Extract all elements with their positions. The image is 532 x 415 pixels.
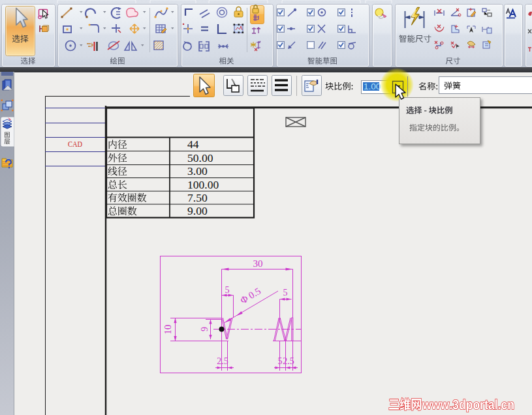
- svg-text:30: 30: [253, 258, 263, 269]
- svg-text:9: 9: [200, 327, 210, 331]
- svg-text:CAD: CAD: [68, 139, 82, 149]
- svg-text:50.00: 50.00: [187, 151, 213, 164]
- svg-text:1.00: 1.00: [364, 82, 381, 91]
- svg-text:7.50: 7.50: [187, 191, 208, 204]
- svg-text:Φ 0.5: Φ 0.5: [238, 286, 262, 306]
- svg-text:10: 10: [163, 325, 173, 335]
- svg-text:9.00: 9.00: [187, 204, 208, 217]
- svg-text:2.5: 2.5: [283, 356, 294, 366]
- svg-text:5: 5: [225, 285, 230, 295]
- svg-text:5: 5: [283, 288, 288, 298]
- svg-text:2.5: 2.5: [217, 356, 228, 366]
- svg-text:44: 44: [187, 138, 199, 151]
- svg-text:100.00: 100.00: [187, 178, 219, 191]
- svg-text:5: 5: [278, 356, 283, 366]
- svg-text:3.00: 3.00: [187, 164, 208, 177]
